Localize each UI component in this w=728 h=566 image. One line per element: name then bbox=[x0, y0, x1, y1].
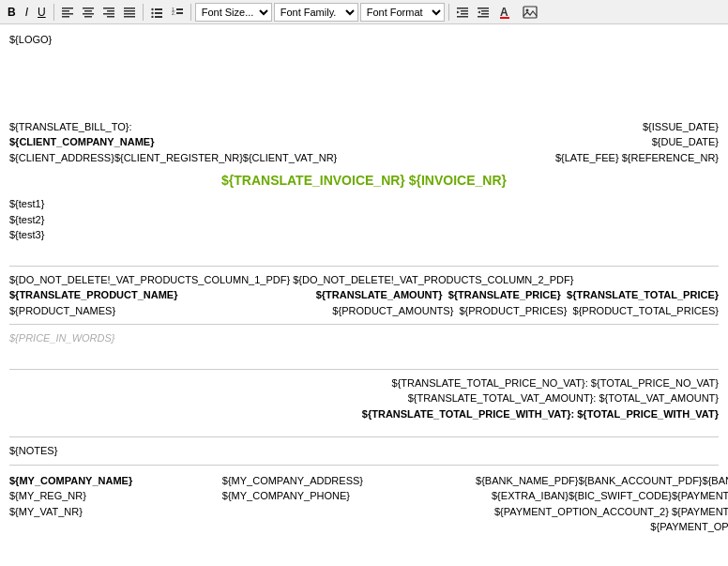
translate-total-with-vat: ${TRANSLATE_TOTAL_PRICE_WITH_VAT}: bbox=[362, 408, 574, 420]
client-address-row: ${CLIENT_ADDRESS}${CLIENT_REGISTER_NR}${… bbox=[9, 150, 719, 166]
separator-1 bbox=[53, 4, 54, 21]
svg-rect-6 bbox=[83, 13, 94, 15]
late-fee-ref: ${LATE_FEE} ${REFERENCE_NR} bbox=[555, 150, 719, 166]
list-unordered-button[interactable] bbox=[147, 3, 166, 22]
divider-5 bbox=[9, 465, 719, 466]
client-company-row: ${CLIENT_COMPANY_NAME} ${DUE_DATE} bbox=[9, 134, 719, 150]
separator-2 bbox=[143, 4, 144, 21]
svg-rect-27 bbox=[461, 10, 468, 12]
footer-col-bank: ${BANK_NAME_PDF}${BANK_ACCOUNT_PDF}${BAN… bbox=[435, 473, 728, 535]
test2-line: ${test2} bbox=[9, 212, 719, 228]
font-size-select[interactable]: Font Size... bbox=[195, 3, 272, 22]
bank-info: ${BANK_NAME_PDF}${BANK_ACCOUNT_PDF}${BAN… bbox=[435, 473, 728, 489]
translate-amount: ${TRANSLATE_AMOUNT} bbox=[316, 289, 443, 300]
image-icon bbox=[523, 5, 538, 20]
svg-rect-25 bbox=[176, 12, 183, 14]
spacer-4 bbox=[9, 425, 719, 431]
price-in-words: ${PRICE_IN_WORDS} bbox=[9, 332, 114, 344]
test3-line: ${test3} bbox=[9, 227, 719, 243]
divider-4 bbox=[9, 436, 719, 437]
translate-product-name: ${TRANSLATE_PRODUCT_NAME} bbox=[9, 287, 177, 303]
translate-total-price: ${TRANSLATE_TOTAL_PRICE} bbox=[567, 289, 719, 300]
svg-point-39 bbox=[525, 8, 528, 11]
product-amounts: ${PRODUCT_AMOUNTS} bbox=[332, 305, 453, 316]
separator-3 bbox=[190, 4, 191, 21]
svg-rect-7 bbox=[84, 16, 92, 18]
indent-decrease-button[interactable] bbox=[474, 3, 493, 22]
test1-line: ${test1} bbox=[9, 196, 719, 212]
indent-increase-button[interactable] bbox=[453, 3, 472, 22]
svg-rect-11 bbox=[107, 16, 114, 18]
translate-total-vat: ${TRANSLATE_TOTAL_VAT_AMOUNT}: bbox=[408, 392, 597, 404]
product-prices: ${PRODUCT_PRICES} bbox=[459, 305, 567, 316]
svg-rect-26 bbox=[457, 8, 468, 9]
price-in-words-section: ${PRICE_IN_WORDS} bbox=[9, 330, 719, 346]
svg-rect-2 bbox=[62, 13, 73, 15]
payment-option-account-2: ${PAYMENT_OPTION_ACCOUNT_2} ${PAYMENT_OP… bbox=[435, 504, 728, 520]
my-company-phone: ${MY_COMPANY_PHONE} bbox=[222, 488, 435, 504]
total-vat-value: ${TOTAL_VAT_AMOUNT} bbox=[599, 392, 719, 404]
indent-increase-icon bbox=[457, 7, 468, 18]
divider-1 bbox=[9, 266, 719, 267]
svg-rect-8 bbox=[103, 8, 114, 9]
svg-rect-21 bbox=[155, 16, 162, 18]
svg-marker-35 bbox=[478, 10, 480, 13]
svg-rect-32 bbox=[481, 10, 489, 12]
my-company-name: ${MY_COMPANY_NAME} bbox=[9, 473, 222, 489]
svg-text:A: A bbox=[500, 6, 508, 19]
totals-section: ${TRANSLATE_TOTAL_PRICE_NO_VAT}: ${TOTAL… bbox=[9, 375, 719, 422]
total-with-vat-row: ${TRANSLATE_TOTAL_PRICE_WITH_VAT}: ${TOT… bbox=[9, 406, 719, 422]
product-header-row: ${TRANSLATE_PRODUCT_NAME} ${TRANSLATE_AM… bbox=[9, 287, 719, 303]
my-vat-nr: ${MY_VAT_NR} bbox=[9, 504, 222, 520]
align-left-button[interactable] bbox=[58, 3, 77, 22]
svg-rect-17 bbox=[155, 8, 162, 10]
svg-rect-14 bbox=[124, 13, 135, 15]
logo-text: ${LOGO} bbox=[9, 34, 52, 45]
footer-col-company: ${MY_COMPANY_NAME} ${MY_REG_NR} ${MY_VAT… bbox=[9, 473, 222, 535]
underline-button[interactable]: U bbox=[34, 3, 50, 22]
svg-rect-10 bbox=[103, 13, 114, 15]
spacer-2 bbox=[9, 249, 719, 260]
list-ordered-icon: 1. 2. bbox=[172, 7, 183, 18]
svg-rect-0 bbox=[62, 8, 73, 9]
svg-rect-9 bbox=[107, 10, 114, 12]
do-not-delete-row: ${DO_NOT_DELETE!_VAT_PRODUCTS_COLUMN_1_P… bbox=[9, 272, 719, 288]
list-ordered-button[interactable]: 1. 2. bbox=[168, 3, 187, 22]
translate-total-no-vat: ${TRANSLATE_TOTAL_PRICE_NO_VAT}: bbox=[392, 377, 588, 389]
align-center-button[interactable] bbox=[79, 3, 98, 22]
total-with-vat-value: ${TOTAL_PRICE_WITH_VAT} bbox=[577, 408, 719, 420]
notes-section: ${NOTES} bbox=[9, 443, 719, 459]
product-data-right: ${PRODUCT_AMOUNTS} ${PRODUCT_PRICES} ${P… bbox=[332, 303, 719, 319]
issue-date: ${ISSUE_DATE} bbox=[643, 119, 719, 135]
svg-text:2.: 2. bbox=[172, 10, 175, 16]
invoice-title-section: ${TRANSLATE_INVOICE_NR} ${INVOICE_NR} bbox=[9, 171, 719, 191]
client-address: ${CLIENT_ADDRESS}${CLIENT_REGISTER_NR}${… bbox=[9, 150, 337, 166]
due-date: ${DUE_DATE} bbox=[652, 134, 719, 150]
total-vat-row: ${TRANSLATE_TOTAL_VAT_AMOUNT}: ${TOTAL_V… bbox=[9, 390, 719, 406]
font-format-select[interactable]: Font Format bbox=[360, 3, 445, 22]
translate-price: ${TRANSLATE_PRICE} bbox=[448, 289, 561, 300]
product-data-row: ${PRODUCT_NAMES} ${PRODUCT_AMOUNTS} ${PR… bbox=[9, 303, 719, 319]
align-right-button[interactable] bbox=[99, 3, 118, 22]
image-button[interactable] bbox=[519, 3, 541, 22]
product-header-right: ${TRANSLATE_AMOUNT} ${TRANSLATE_PRICE} $… bbox=[316, 287, 719, 303]
italic-button[interactable]: I bbox=[22, 3, 32, 22]
spacer-3 bbox=[9, 352, 719, 363]
svg-marker-30 bbox=[457, 10, 460, 13]
font-family-select[interactable]: Font Family. bbox=[274, 3, 358, 22]
text-color-button[interactable]: A bbox=[494, 3, 517, 22]
divider-3 bbox=[9, 369, 719, 370]
bold-button[interactable]: B bbox=[4, 3, 20, 22]
svg-rect-37 bbox=[500, 17, 509, 19]
align-left-icon bbox=[62, 7, 73, 18]
spacer-1 bbox=[9, 54, 719, 119]
svg-rect-15 bbox=[124, 16, 135, 18]
bill-to-row: ${TRANSLATE_BILL_TO}: ${ISSUE_DATE} bbox=[9, 119, 719, 135]
extra-iban: ${EXTRA_IBAN}${BIC_SWIFT_CODE}${PAYMENT_… bbox=[435, 488, 728, 504]
svg-point-18 bbox=[151, 11, 153, 13]
svg-rect-23 bbox=[176, 8, 183, 10]
svg-rect-5 bbox=[84, 10, 92, 12]
svg-rect-19 bbox=[155, 12, 162, 14]
align-justify-button[interactable] bbox=[120, 3, 139, 22]
content-area: ${LOGO} ${TRANSLATE_BILL_TO}: ${ISSUE_DA… bbox=[0, 24, 728, 566]
